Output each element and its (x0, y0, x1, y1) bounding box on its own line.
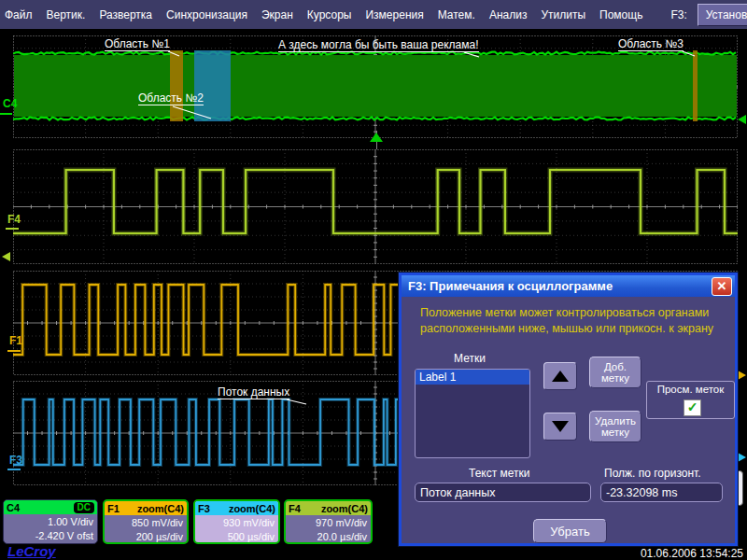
fkey-label: F3: (670, 8, 686, 21)
c4-position-dash (0, 113, 12, 115)
f3-offset-arrow[interactable] (738, 453, 746, 462)
annotation-region2[interactable]: Область №2 (138, 91, 204, 105)
menu-cursors[interactable]: Курсоры (307, 8, 352, 21)
descriptor-f4-id: F4 (289, 503, 301, 514)
horizontal-position-input[interactable]: -23.32098 ms (600, 483, 723, 502)
menu-bar: Файл Вертик. Развертка Синхронизация Экр… (0, 0, 747, 29)
menu-measure[interactable]: Измерения (365, 8, 423, 21)
descriptor-c4[interactable]: C4 DC 1.00 V/div -2.420 V ofst (3, 499, 98, 544)
f1-source: zoom(C4) (137, 503, 184, 514)
f3-vdiv: 930 mV/div (195, 516, 275, 530)
graticule-f4 (13, 149, 738, 264)
label-text-input[interactable]: Поток данных (415, 483, 591, 502)
dc-coupling-badge: DC (74, 502, 94, 513)
dialog-info-line1: Положение метки может контролироваться о… (420, 306, 709, 319)
move-down-button[interactable] (543, 413, 577, 441)
view-labels-panel: Просм. меток ✓ (646, 381, 735, 419)
f4-tdiv: 20.0 µs/div (286, 530, 367, 544)
labels-listbox[interactable]: Label 1 (415, 369, 530, 458)
label-text-title: Текст метки (469, 467, 530, 480)
dismiss-button[interactable]: Убрать (533, 519, 607, 543)
c4-trace-label: C4 (3, 97, 17, 110)
menu-trigger[interactable]: Синхронизация (166, 8, 247, 21)
view-labels-checkbox[interactable]: ✓ (684, 399, 701, 416)
descriptor-f1-id: F1 (107, 503, 120, 514)
menu-vertical[interactable]: Вертик. (47, 8, 86, 21)
f4-position-dash (6, 228, 19, 230)
move-up-button[interactable] (543, 362, 577, 390)
labels-list-title: Метки (454, 352, 486, 365)
f1-position-dash (7, 350, 21, 352)
annotation-ad[interactable]: А здесь могла бы быть ваша реклама! (278, 38, 479, 52)
settings-button[interactable]: Установки (698, 4, 747, 26)
view-labels-label: Просм. меток (647, 384, 734, 395)
menu-display[interactable]: Экран (261, 8, 293, 21)
dialog-info-line2: расположенными ниже, мышью или прикосн. … (420, 322, 713, 335)
dialog-title: F3: Примечания к осциллограмме (402, 275, 735, 297)
descriptor-f3[interactable]: F3 zoom(C4) 930 mV/div 500 µs/div (193, 499, 280, 544)
c4-vdiv: 1.00 V/div (4, 515, 93, 529)
annotation-region1[interactable]: Область №1 (105, 37, 170, 51)
f4-vdiv: 970 mV/div (286, 516, 367, 530)
menu-utilities[interactable]: Утилиты (541, 8, 585, 21)
annotation-data-stream[interactable]: Поток данных (218, 385, 289, 399)
menu-help[interactable]: Помощь (599, 8, 642, 21)
f3-tdiv: 500 µs/div (195, 530, 275, 544)
menu-timebase[interactable]: Развертка (99, 8, 152, 21)
close-icon[interactable]: ✕ (712, 277, 732, 296)
trigger-marker[interactable] (370, 133, 383, 142)
f1-trace-label: F1 (9, 334, 22, 347)
down-arrow-icon (552, 421, 569, 432)
c4-offset: -2.420 V ofst (4, 529, 93, 543)
menu-analysis[interactable]: Анализ (489, 8, 528, 21)
horizontal-position-title: Полж. по горизонт. (604, 467, 701, 480)
descriptor-f3-id: F3 (198, 503, 210, 514)
f4-offset-arrow[interactable] (2, 252, 10, 261)
add-label-button[interactable]: Доб. метку (589, 357, 641, 388)
list-item-selected[interactable]: Label 1 (416, 370, 529, 385)
f3-position-dash (7, 469, 21, 470)
menu-math[interactable]: Матем. (438, 8, 475, 21)
menu-file[interactable]: Файл (5, 8, 33, 21)
datetime-display: 01.06.2006 13:54:25 (641, 547, 743, 560)
annotation-region3[interactable]: Область №3 (618, 37, 684, 51)
oscilloscope-screen: Файл Вертик. Развертка Синхронизация Экр… (0, 0, 747, 560)
descriptor-f4[interactable]: F4 zoom(C4) 970 mV/div 20.0 µs/div (284, 499, 373, 544)
annotation-dialog: F3: Примечания к осциллограмме ✕ Положен… (399, 273, 738, 546)
f4-source: zoom(C4) (321, 503, 368, 514)
f4-trace-label: F4 (7, 213, 21, 226)
delete-label-button[interactable]: Удалить метку (589, 411, 641, 442)
c4-offset-arrow[interactable] (738, 115, 746, 124)
f1-vdiv: 850 mV/div (105, 516, 183, 530)
f3-source: zoom(C4) (229, 503, 275, 514)
descriptor-f1[interactable]: F1 zoom(C4) 850 mV/div 200 µs/div (103, 499, 189, 544)
lecroy-logo: LeCroy (7, 543, 56, 559)
f1-offset-arrow[interactable] (738, 371, 746, 380)
up-arrow-icon (552, 371, 569, 382)
descriptor-c4-id: C4 (7, 502, 20, 513)
f1-tdiv: 200 µs/div (105, 530, 183, 544)
f3-trace-label: F3 (9, 454, 22, 467)
